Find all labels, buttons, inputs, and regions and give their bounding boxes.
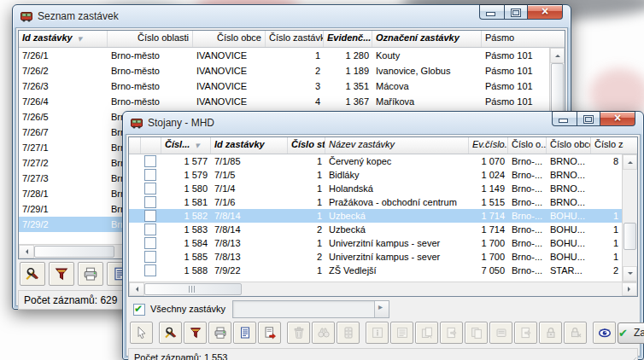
tools-search-button[interactable] xyxy=(159,322,182,344)
close-button[interactable] xyxy=(600,111,635,126)
row-checkbox[interactable] xyxy=(144,251,156,263)
stojany-titlebar[interactable]: Stojany - MHD xyxy=(123,112,643,134)
delete-button[interactable] xyxy=(287,322,310,344)
print-button[interactable] xyxy=(208,322,231,344)
report-button[interactable] xyxy=(233,322,256,344)
column-header-nazev-zastavky[interactable]: Název zastávky xyxy=(325,137,469,154)
scroll-up-button[interactable] xyxy=(623,154,637,170)
filter-row: Všechny zastávky xyxy=(128,297,638,319)
table-row[interactable]: 1 580 7/1/4 1 Holandská 1 149 Brno-... B… xyxy=(129,182,622,195)
cell-cislo-oblasti: Brno-... xyxy=(508,182,547,195)
cell-cislo: 1 577 xyxy=(161,154,211,168)
scrollbar-track[interactable] xyxy=(623,170,637,223)
cell-indicator xyxy=(129,250,141,264)
cell-id-zastavky: 7/27/1 xyxy=(19,140,108,155)
export-record-button[interactable] xyxy=(514,322,537,344)
detail-list-button[interactable] xyxy=(390,322,413,344)
row-checkbox[interactable] xyxy=(144,224,156,235)
column-header-evidencni[interactable]: Evidenč... xyxy=(324,31,372,47)
row-checkbox[interactable] xyxy=(144,264,156,276)
row-checkbox[interactable] xyxy=(144,169,156,181)
unlock-button[interactable] xyxy=(564,322,587,344)
table-row[interactable]: 1 581 7/1/6 1 Pražákova - obchodní centr… xyxy=(129,195,622,209)
cell-cislo-obce: BRNO... xyxy=(547,182,591,195)
lock-button[interactable] xyxy=(539,322,562,344)
export-button[interactable] xyxy=(258,322,281,344)
column-header-cislo[interactable]: Čísl... xyxy=(161,137,211,154)
column-header-id-zastavky[interactable]: Id zastávky xyxy=(19,31,108,47)
scrollbar-thumb[interactable] xyxy=(34,246,114,258)
scroll-left-icon xyxy=(133,287,138,292)
copy-link-button[interactable] xyxy=(415,322,438,344)
card-button[interactable] xyxy=(489,322,512,344)
column-header-pasmo[interactable]: Pásmo xyxy=(482,31,551,47)
stops-table-header: Id zastávky Číslo oblasti Číslo obce Čís… xyxy=(19,31,565,48)
column-header-cislo-obce[interactable]: Číslo obce xyxy=(193,31,266,47)
scroll-left-button[interactable] xyxy=(129,282,144,296)
column-header-oznaceni[interactable]: Označení zastávky xyxy=(372,31,482,47)
zavrit-label: Zavřít xyxy=(634,327,644,339)
select-pointer-button[interactable] xyxy=(130,322,153,344)
cell-cislo-zastavky: 4 xyxy=(266,94,324,109)
table-row[interactable]: 1 583 7/8/14 2 Uzbecká 1 714 Brno-... BO… xyxy=(129,223,622,236)
table-row[interactable]: 7/26/3 Brno-město IVANOVICE 3 1 351 Máco… xyxy=(19,78,549,94)
scrollbar-track[interactable] xyxy=(242,282,622,296)
seznam-titlebar[interactable]: Seznam zastávek xyxy=(13,5,571,27)
all-stops-checkbox[interactable] xyxy=(133,304,145,316)
minimize-button[interactable] xyxy=(552,111,577,126)
column-header-cislo-obce[interactable]: Číslo obce xyxy=(547,137,591,154)
row-checkbox[interactable] xyxy=(144,237,156,249)
maximize-button[interactable] xyxy=(505,4,528,20)
forward-document-button[interactable] xyxy=(440,322,463,344)
filter-button[interactable] xyxy=(184,322,207,344)
scrollbar-track[interactable] xyxy=(623,250,637,266)
cell-checkbox xyxy=(141,182,161,195)
scroll-left-button[interactable] xyxy=(19,245,34,258)
table-row[interactable]: 7/26/4 Brno-město IVANOVICE 4 1 367 Maří… xyxy=(19,94,549,109)
archive-button[interactable] xyxy=(337,322,360,344)
scroll-down-button[interactable] xyxy=(623,266,637,282)
column-header-cislo-oblasti[interactable]: Číslo oblasti xyxy=(108,31,193,47)
table-row[interactable]: 1 577 7/1/85 1 Červený kopec 1 070 Brno-… xyxy=(129,154,622,168)
table-row[interactable]: 1 585 7/8/13 2 Univerzitní kampus - seve… xyxy=(129,250,622,264)
cell-nazev-zastavky: Uzbecká xyxy=(325,223,469,236)
scroll-up-button[interactable] xyxy=(550,48,565,63)
row-checkbox[interactable] xyxy=(144,196,156,208)
table-row[interactable]: 1 582 7/8/14 1 Uzbecká 1 714 Brno-... BO… xyxy=(129,209,622,223)
find-button[interactable] xyxy=(312,322,335,344)
cell-cislo-stojanu: 1 xyxy=(288,195,325,209)
column-header-ev-cislo[interactable]: Ev.číslo... xyxy=(469,137,508,154)
table-row[interactable]: 1 588 7/9/22 1 ZŠ Vedlejší 7 050 Brno-..… xyxy=(129,264,622,277)
scroll-right-button[interactable] xyxy=(622,282,637,296)
print-button[interactable] xyxy=(78,262,103,286)
cell-checkbox xyxy=(141,209,161,223)
minimize-button[interactable] xyxy=(479,4,505,20)
scrollbar-thumb[interactable] xyxy=(144,283,242,295)
column-header-id-zastavky[interactable]: Id zastávky xyxy=(211,137,288,154)
table-row[interactable]: 1 584 7/8/13 1 Univerzitní kampus - seve… xyxy=(129,236,622,250)
copy-pages-button[interactable] xyxy=(465,322,488,344)
close-button[interactable] xyxy=(528,4,563,20)
vertical-scrollbar[interactable] xyxy=(622,154,637,282)
scrollbar-thumb[interactable] xyxy=(624,223,636,250)
info-button[interactable] xyxy=(366,322,389,344)
maximize-button[interactable] xyxy=(577,111,600,126)
cell-cislo-obce: IVANOVICE xyxy=(193,48,266,63)
zavrit-button[interactable]: ✔ Zavřít xyxy=(618,322,644,344)
resize-grip[interactable] xyxy=(626,354,636,360)
table-row[interactable]: 1 579 7/1/5 1 Bidláky 1 024 Brno-... BRN… xyxy=(129,168,622,182)
preview-eye-button[interactable] xyxy=(593,322,616,344)
table-row[interactable]: 7/26/2 Brno-město IVANOVICE 2 1 189 Ivan… xyxy=(19,63,549,78)
cell-id-zastavky: 7/8/13 xyxy=(211,236,288,250)
tools-search-button[interactable] xyxy=(20,262,45,286)
row-checkbox[interactable] xyxy=(144,183,156,195)
column-header-cislo-zastavky[interactable]: Číslo zastávky xyxy=(266,31,324,47)
horizontal-scrollbar[interactable] xyxy=(129,282,637,296)
row-checkbox[interactable] xyxy=(144,210,156,222)
column-header-cislo-zastavky[interactable]: Číslo za... xyxy=(591,137,624,154)
filter-button[interactable] xyxy=(49,262,74,286)
column-header-cislo-stojanu[interactable]: Číslo st... xyxy=(288,137,325,154)
table-row[interactable]: 7/26/1 Brno-město IVANOVICE 1 1 280 Kout… xyxy=(19,48,549,63)
row-checkbox[interactable] xyxy=(144,155,156,167)
column-header-cislo-oblasti[interactable]: Číslo o... xyxy=(508,137,547,154)
